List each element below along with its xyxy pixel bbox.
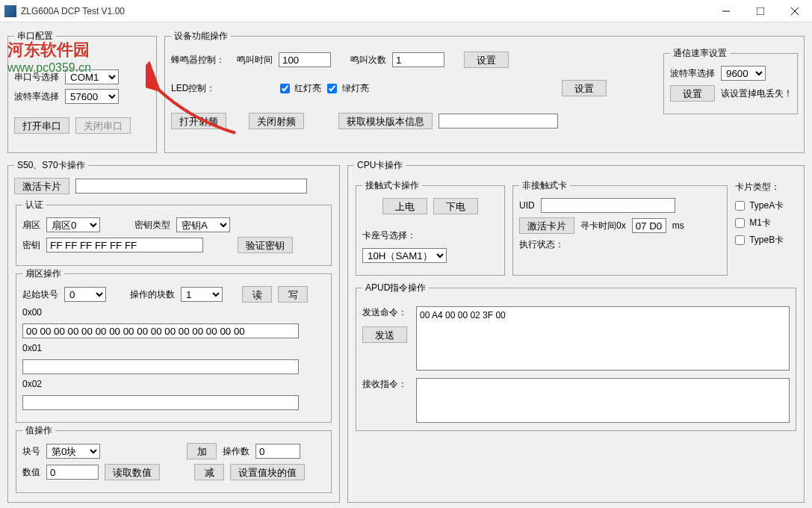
value-op-group: 值操作 块号 第0块 加 操作数 数值 读取数值 减 设置值块的值	[16, 424, 332, 493]
row0-label: 0x00	[22, 307, 45, 318]
open-rf-button[interactable]: 打开射频	[171, 113, 226, 129]
exec-status-label: 执行状态：	[519, 238, 564, 251]
uid-label: UID	[519, 200, 535, 211]
contactless-group: 非接触式卡 UID 激活卡片 寻卡时间0x ms 执行状态：	[512, 179, 728, 276]
device-legend: 设备功能操作	[171, 30, 231, 43]
led-set-button[interactable]: 设置	[562, 80, 607, 96]
device-ops-group: 设备功能操作 蜂鸣器控制： 鸣叫时间 鸣叫次数 设置 LED控制： 红灯亮 绿灯…	[164, 30, 805, 153]
contactless-legend: 非接触式卡	[519, 179, 570, 192]
rate-baud-select[interactable]: 9600	[721, 66, 766, 81]
rate-legend: 通信速率设置	[670, 47, 730, 60]
sector-op-legend: 扇区操作	[22, 267, 64, 280]
block-num-select[interactable]: 第0块	[46, 444, 100, 459]
window-title: ZLG600A DCP Test V1.00	[21, 6, 709, 16]
value-op-legend: 值操作	[22, 424, 55, 437]
sector-op-group: 扇区操作 起始块号 0 操作的块数 1 读 写 0x00 0x01 0x02	[16, 267, 332, 423]
activate-output[interactable]	[75, 179, 307, 193]
power-off-button[interactable]: 下电	[433, 198, 478, 214]
svg-rect-1	[757, 7, 764, 15]
auth-legend: 认证	[22, 199, 46, 211]
type-b-checkbox[interactable]: TypeB卡	[735, 234, 796, 247]
row0-input[interactable]	[22, 323, 299, 338]
rate-baud-label: 波特率选择	[670, 67, 715, 80]
s50-legend: S50、S70卡操作	[14, 159, 88, 172]
buzzer-label: 蜂鸣器控制：	[171, 54, 231, 66]
slot-label: 卡座号选择：	[362, 229, 416, 242]
open-serial-button[interactable]: 打开串口	[14, 117, 69, 134]
m1-checkbox[interactable]: M1卡	[735, 217, 796, 229]
get-version-button[interactable]: 获取模块版本信息	[338, 113, 433, 129]
block-count-label: 操作的块数	[130, 288, 175, 301]
op-count-input[interactable]	[255, 444, 300, 459]
start-block-select[interactable]: 0	[64, 287, 106, 302]
num-label: 数值	[22, 466, 40, 479]
close-button[interactable]	[778, 0, 812, 22]
send-cmd-label: 发送命令：	[362, 306, 410, 319]
minimize-button[interactable]	[709, 0, 743, 22]
card-type-panel: 卡片类型： TypeA卡 M1卡 TypeB卡	[734, 178, 798, 277]
sub-button[interactable]: 减	[194, 464, 224, 480]
key-input[interactable]	[46, 238, 203, 253]
auth-group: 认证 扇区 扇区0 密钥类型 密钥A 密钥 验证密钥	[16, 199, 332, 266]
seek-label: 寻卡时间0x	[580, 220, 626, 232]
row1-input[interactable]	[22, 359, 299, 374]
baud-select[interactable]: 57600	[65, 89, 119, 104]
recv-cmd-output[interactable]	[416, 378, 790, 423]
rate-warn: 该设置掉电丢失！	[721, 89, 781, 99]
maximize-button[interactable]	[743, 0, 778, 22]
send-cmd-input[interactable]: 00 A4 00 00 02 3F 00	[416, 306, 790, 371]
row2-label: 0x02	[22, 379, 45, 389]
green-led-checkbox[interactable]: 绿灯亮	[327, 82, 368, 95]
close-serial-button[interactable]: 关闭串口	[75, 117, 131, 134]
cpu-group: CPU卡操作 接触式卡操作 上电 下电 卡座号选择： 10H（SAM1） 非接触…	[347, 159, 805, 503]
ring-count-input[interactable]	[392, 52, 444, 67]
rate-set-button[interactable]: 设置	[670, 85, 715, 102]
seek-input[interactable]	[632, 218, 666, 233]
cpu-legend: CPU卡操作	[354, 159, 406, 172]
power-on-button[interactable]: 上电	[382, 198, 427, 214]
s50-group: S50、S70卡操作 激活卡片 认证 扇区 扇区0 密钥类型 密钥A 密钥	[7, 159, 340, 503]
key-type-label: 密钥类型	[134, 219, 170, 232]
set-value-button[interactable]: 设置值块的值	[230, 464, 305, 480]
buzzer-set-button[interactable]: 设置	[464, 52, 509, 68]
ring-count-label: 鸣叫次数	[350, 54, 386, 66]
sector-label: 扇区	[22, 219, 40, 232]
baud-label: 波特率选择	[14, 90, 59, 103]
uid-input[interactable]	[541, 198, 675, 213]
activate-card-button[interactable]: 激活卡片	[14, 178, 69, 194]
ring-time-input[interactable]	[279, 52, 331, 67]
num-input[interactable]	[46, 465, 99, 480]
serial-legend: 串口配置	[14, 30, 56, 43]
rate-group: 通信速率设置 波特率选择 9600 设置 该设置掉电丢失！	[663, 47, 798, 114]
send-button[interactable]: 发送	[362, 326, 407, 343]
port-select[interactable]: COM1	[65, 69, 119, 84]
led-label: LED控制：	[171, 82, 231, 95]
card-type-label: 卡片类型：	[735, 181, 796, 193]
row2-input[interactable]	[22, 395, 299, 410]
write-button[interactable]: 写	[278, 286, 308, 303]
verify-key-button[interactable]: 验证密钥	[238, 237, 293, 253]
ms-label: ms	[672, 220, 684, 231]
start-block-label: 起始块号	[22, 288, 58, 301]
version-output[interactable]	[438, 114, 558, 128]
apdu-group: APUD指令操作 发送命令： 发送 00 A4 00 00 02 3F 00 接…	[356, 282, 796, 431]
key-type-select[interactable]: 密钥A	[176, 217, 230, 232]
read-button[interactable]: 读	[242, 286, 272, 303]
slot-select[interactable]: 10H（SAM1）	[362, 248, 447, 263]
serial-config-group: 串口配置 串口号选择 COM1 波特率选择 57600 打开串口 关闭串口	[7, 30, 157, 153]
app-icon	[4, 5, 16, 17]
block-num-label: 块号	[22, 445, 40, 458]
block-count-select[interactable]: 1	[181, 287, 223, 302]
row1-label: 0x01	[22, 343, 45, 353]
contact-group: 接触式卡操作 上电 下电 卡座号选择： 10H（SAM1）	[356, 179, 505, 276]
titlebar: ZLG600A DCP Test V1.00	[0, 0, 812, 22]
type-a-checkbox[interactable]: TypeA卡	[735, 199, 796, 212]
ring-time-label: 鸣叫时间	[237, 54, 273, 66]
sector-select[interactable]: 扇区0	[46, 217, 100, 232]
add-button[interactable]: 加	[187, 443, 217, 459]
read-value-button[interactable]: 读取数值	[105, 464, 160, 480]
key-label: 密钥	[22, 239, 40, 252]
red-led-checkbox[interactable]: 红灯亮	[280, 82, 321, 95]
cl-activate-button[interactable]: 激活卡片	[519, 217, 574, 234]
close-rf-button[interactable]: 关闭射频	[249, 113, 304, 129]
